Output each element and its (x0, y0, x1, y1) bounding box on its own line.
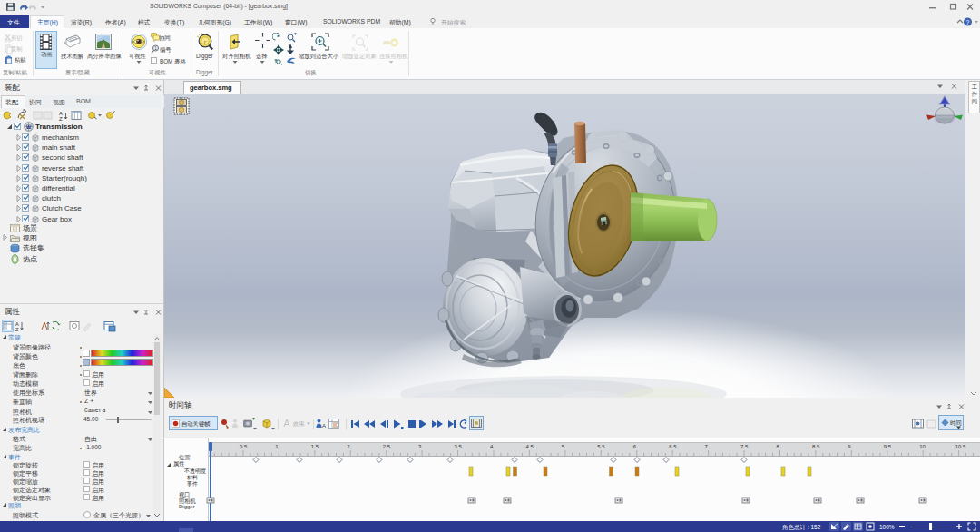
svg-text:Z: Z (15, 327, 19, 332)
svg-text:效果: 效果 (292, 420, 305, 427)
svg-text:Z: Z (59, 116, 63, 122)
svg-text:r: r (204, 38, 207, 45)
svg-text:A: A (322, 423, 326, 429)
svg-text:?: ? (966, 19, 970, 25)
svg-text:W: W (26, 124, 32, 130)
